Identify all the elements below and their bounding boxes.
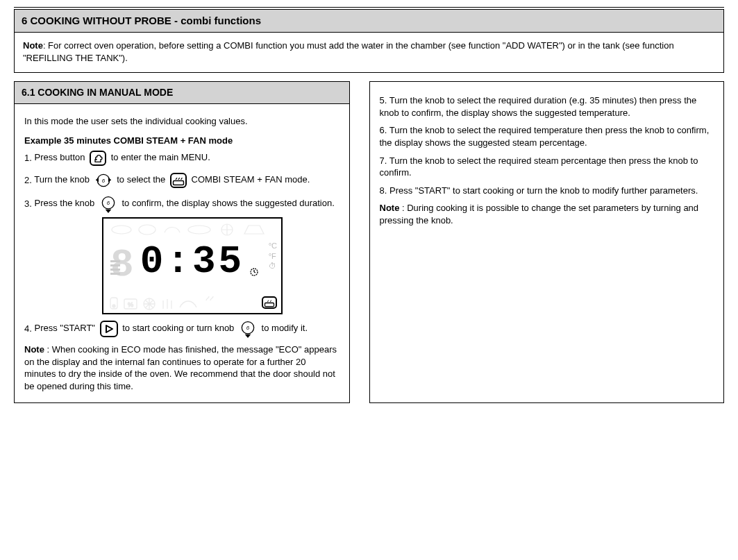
banner-title: 6 COOKING WITHOUT PROBE - combi function… (22, 15, 261, 26)
svg-text:%: % (128, 301, 133, 308)
step-6: Turn the knob to select the required tem… (380, 124, 714, 149)
step-1: Press button to enter the main MENU. (24, 151, 339, 166)
left-note: Note : When cooking in ECO mode has fini… (24, 343, 339, 392)
intro-text: In this mode the user sets the individua… (24, 115, 339, 128)
right-note: Note : During cooking it is possible to … (380, 202, 714, 226)
step4-d: to modify it. (262, 323, 308, 334)
right-column: Turn the knob to select the required dur… (369, 81, 725, 402)
step-3: Press the knob 6 to confirm, the display… (24, 195, 339, 314)
svg-text:6: 6 (246, 325, 250, 331)
step1-part-a: Press button (34, 153, 87, 163)
example-title: Example 35 minutes COMBI STEAM + FAN mod… (24, 135, 339, 147)
step6-text: Turn the knob to select the required tem… (380, 125, 710, 148)
step5-text: Turn the knob to select the required dur… (380, 95, 697, 118)
svg-point-7 (188, 226, 210, 234)
step-5: Turn the knob to select the required dur… (380, 94, 714, 119)
step3-b: to confirm, the display shows the sugges… (121, 198, 334, 209)
note-label: Note (23, 40, 43, 51)
step3-a: Press the knob (34, 198, 97, 209)
left-note-label: Note (24, 344, 44, 355)
svg-rect-2 (173, 180, 183, 185)
display-bottom-row: % (109, 295, 258, 310)
top-rule (14, 7, 724, 8)
step1-part-b: to enter the main MENU. (111, 153, 210, 163)
svg-rect-15 (265, 303, 274, 306)
clock-small-icon (249, 267, 259, 280)
knob-turn-icon: 6 (94, 171, 112, 189)
left-column: 6.1 COOKING IN MANUAL MODE In this mode … (14, 81, 350, 402)
side-units: °C°F⏱ (269, 241, 277, 271)
play-icon (100, 321, 118, 337)
step-2: Turn the knob 6 to select the COMBI STEA… (24, 171, 339, 189)
svg-point-6 (139, 225, 156, 235)
step7-text: Turn the knob to select the required ste… (380, 155, 698, 178)
svg-text:6: 6 (107, 200, 110, 206)
steam-fan-small-icon (262, 296, 277, 309)
top-note-box: Note: For correct oven operation, before… (14, 33, 724, 73)
right-note-text: : During cooking it is possible to chang… (380, 203, 699, 226)
step2-b: to select the (117, 175, 168, 185)
step2-a: Turn the knob (34, 175, 92, 185)
knob-press-icon-2: 6 (239, 320, 257, 338)
knob-press-icon: 6 (99, 195, 117, 213)
steps-list-left: Press button to enter the main MENU. Tur… (24, 151, 339, 338)
step8-text: Press "START" to start cooking or turn t… (389, 185, 698, 196)
svg-text:6: 6 (101, 178, 105, 184)
step4-b: to start cooking or turn knob (122, 323, 237, 334)
display-value: 0:35 (140, 242, 244, 281)
left-note-text: : When cooking in ECO mode has finished,… (24, 344, 337, 391)
sub-banner: 6.1 COOKING IN MANUAL MODE (15, 82, 349, 104)
step4-a: Press "START" (34, 323, 97, 334)
display-food-row (109, 223, 276, 237)
step-8: Press "START" to start cooking or turn t… (380, 185, 714, 197)
oven-display: 8 °C°F⏱ 0:35 % (102, 217, 283, 314)
svg-point-11 (112, 305, 115, 307)
step-4: Press "START" to start cooking or turn k… (24, 320, 339, 338)
steam-fan-icon (170, 173, 187, 188)
level-bars-icon (110, 260, 120, 277)
step-7: Turn the knob to select the required ste… (380, 155, 714, 179)
sub-banner-title: 6.1 COOKING IN MANUAL MODE (22, 87, 173, 98)
svg-point-5 (112, 226, 131, 234)
step2-c: COMBI STEAM + FAN mode. (192, 175, 310, 185)
top-note-text: : For correct oven operation, before set… (23, 40, 674, 63)
chef-hat-icon (90, 151, 106, 166)
right-note-label: Note (380, 203, 400, 213)
steps-list-right: Turn the knob to select the required dur… (380, 94, 714, 196)
section-banner: 6 COOKING WITHOUT PROBE - combi function… (14, 9, 724, 33)
